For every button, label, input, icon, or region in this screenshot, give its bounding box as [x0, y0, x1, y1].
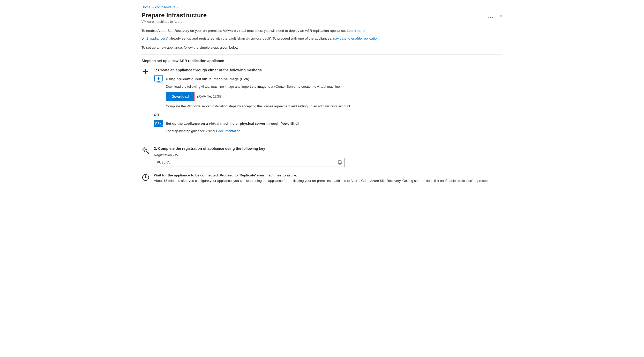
- intro-text: To enable Azure Site Recovery on your on…: [141, 28, 503, 33]
- file-info: (.OVA file, 12GB): [197, 94, 223, 98]
- reg-key-label: Registration key: [154, 153, 503, 157]
- svg-point-11: [143, 148, 146, 151]
- reg-key-input-row: [154, 158, 503, 167]
- appliance-status-text: 2 appliance(s) already set up and regist…: [146, 36, 380, 41]
- breadcrumb-vault[interactable]: contoso-vault: [155, 5, 175, 9]
- or-separator: OR: [154, 113, 503, 117]
- step2-heading: 2: Complete the registration of applianc…: [154, 146, 503, 151]
- step1-block: 1: Create an appliance through either of…: [141, 68, 503, 138]
- download-button[interactable]: Download: [166, 92, 194, 101]
- steps-title: Steps to set up a new ASR replication ap…: [141, 59, 503, 63]
- ps-method-header: PS >_ Set up the appliance on a virtual …: [154, 120, 503, 127]
- step1-content: 1: Create an appliance through either of…: [154, 68, 503, 138]
- appliance-status-row: ✔ 2 appliance(s) already set up and regi…: [141, 36, 503, 42]
- step2-content: 2: Complete the registration of applianc…: [154, 146, 503, 167]
- svg-text:>_: >_: [160, 122, 163, 126]
- wait-clock-icon: [141, 174, 150, 181]
- divider-top: [141, 54, 503, 55]
- monitor-download-icon: [154, 75, 163, 83]
- step2-block: 2: Complete the registration of applianc…: [141, 144, 503, 167]
- title-block: Prepare Infrastructure VMware machines t…: [141, 12, 486, 24]
- breadcrumb: Home > contoso-vault >: [141, 5, 503, 9]
- wait-content: Wait for the appliance to be connected. …: [154, 173, 503, 183]
- wait-desc: About 15 minutes after you configure you…: [154, 178, 503, 183]
- new-appliance-text: To set up a new appliance, follow the si…: [141, 45, 503, 50]
- svg-rect-17: [338, 161, 341, 163]
- ova-method-desc: Download the following virtual machine i…: [166, 84, 503, 89]
- reg-key-input[interactable]: [154, 158, 335, 167]
- page-subtitle: VMware machines to Azure: [141, 20, 486, 24]
- check-icon: ✔: [141, 36, 145, 42]
- copy-button[interactable]: [335, 158, 345, 167]
- wait-heading: Wait for the appliance to be connected. …: [154, 173, 503, 177]
- navigate-link[interactable]: navigate to enable replication.: [333, 36, 379, 40]
- svg-point-12: [144, 149, 145, 150]
- svg-line-20: [146, 177, 147, 178]
- svg-rect-4: [158, 81, 160, 82]
- ova-method-title: Using pre-configured virtual machine ima…: [166, 77, 251, 81]
- info-section: To enable Azure Site Recovery on your on…: [141, 28, 503, 50]
- ova-method-note: Complete the Windows server installation…: [166, 104, 503, 109]
- page-title: Prepare Infrastructure: [141, 12, 486, 19]
- ova-method-action: Download (.OVA file, 12GB): [166, 92, 503, 101]
- breadcrumb-home[interactable]: Home: [141, 5, 151, 9]
- header-row: Prepare Infrastructure VMware machines t…: [141, 12, 503, 24]
- prepare-infrastructure-panel: Home > contoso-vault > Prepare Infrastru…: [133, 0, 511, 357]
- ova-method-block: Using pre-configured virtual machine ima…: [154, 75, 503, 109]
- svg-text:PS: PS: [155, 122, 160, 126]
- copy-icon: [338, 160, 342, 165]
- ps-method-title: Set up the appliance on a virtual machin…: [166, 122, 299, 125]
- step2-key-icon: [141, 147, 150, 154]
- ps-method-block: PS >_ Set up the appliance on a virtual …: [154, 120, 503, 134]
- close-button[interactable]: ×: [499, 14, 503, 19]
- step1-heading: 1: Create an appliance through either of…: [154, 68, 503, 72]
- breadcrumb-sep1: >: [152, 6, 154, 9]
- step1-plus-icon: [141, 69, 150, 74]
- breadcrumb-sep2: >: [177, 6, 178, 9]
- header-actions: ... ×: [486, 12, 503, 20]
- ps-method-desc: For step-by-step guidance visit our docu…: [166, 129, 503, 134]
- wait-block: Wait for the appliance to be connected. …: [141, 169, 503, 183]
- appliance-count-link[interactable]: 2 appliance(s): [146, 36, 168, 40]
- learn-more-link[interactable]: Learn more: [347, 29, 365, 33]
- powershell-icon: PS >_: [154, 120, 163, 127]
- svg-rect-5: [156, 82, 161, 83]
- documentation-link[interactable]: documentation: [218, 129, 240, 133]
- ellipsis-button[interactable]: ...: [486, 13, 496, 20]
- ova-method-header: Using pre-configured virtual machine ima…: [154, 75, 503, 83]
